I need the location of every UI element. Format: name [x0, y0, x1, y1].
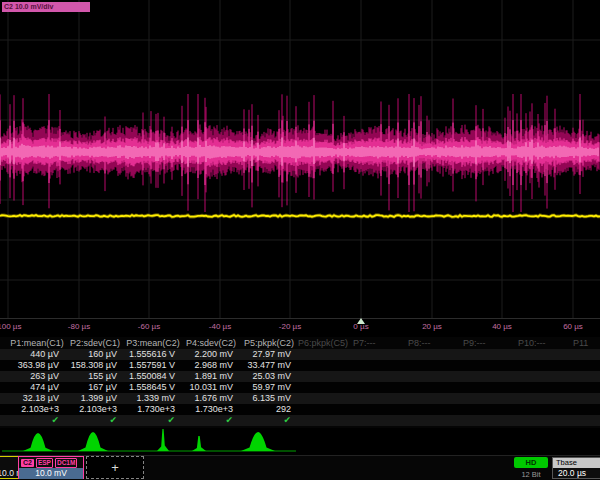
param-header[interactable]: P5:pkpk(C2): [240, 337, 298, 349]
param-status-check-icon: ✔: [240, 415, 298, 426]
timebase-label: Tbase: [553, 458, 600, 468]
param-header[interactable]: P1:mean(C1): [8, 337, 66, 349]
table-row: 263 µV155 µV1.550084 V1.891 mV25.03 mV: [0, 371, 600, 382]
param-header[interactable]: P3:mean(C2): [124, 337, 182, 349]
histicon: [78, 432, 108, 451]
status-row: ✔✔✔✔✔: [0, 415, 600, 426]
param-status-check-icon: ✔: [66, 415, 124, 426]
param-value: 10.031 mV: [182, 382, 240, 393]
param-value: 25.03 mV: [240, 371, 298, 382]
timebase-value: 20.0 µs: [553, 468, 600, 479]
param-status-check-icon: ✔: [124, 415, 182, 426]
trigger-position-marker[interactable]: [357, 318, 365, 324]
param-value: 1.557591 V: [124, 360, 182, 371]
time-axis-label: -60 µs: [138, 322, 160, 331]
table-row: 363.98 µV158.308 µV1.557591 V2.968 mV33.…: [0, 360, 600, 371]
parameter-histicons: [0, 428, 600, 454]
c2-scale-value: 10.0 mV: [19, 468, 83, 479]
time-axis-label: -100 µs: [0, 322, 21, 331]
table-row: 32.18 µV1.399 µV1.339 mV1.676 mV6.135 mV: [0, 393, 600, 404]
param-value: 27.97 mV: [240, 349, 298, 360]
param-value: 1.730e+3: [182, 404, 240, 415]
param-status-check-icon: ✔: [8, 415, 66, 426]
hd-mode-badge[interactable]: HD: [514, 457, 548, 468]
param-value: 292: [240, 404, 298, 415]
param-value: 167 µV: [66, 382, 124, 393]
bits-label: 12 Bit: [514, 470, 548, 479]
histicon: [157, 429, 169, 451]
param-header-disabled[interactable]: P6:pkpk(C5): [298, 337, 353, 349]
time-axis-label: 20 µs: [422, 322, 442, 331]
param-header[interactable]: P2:sdev(C1): [66, 337, 124, 349]
table-row: 474 µV167 µV1.558645 V10.031 mV59.97 mV: [0, 382, 600, 393]
c2-coupling-badge: DC1M: [55, 458, 77, 468]
param-value: 2.968 mV: [182, 360, 240, 371]
waveform-display[interactable]: C2 10.0 mV/div: [0, 0, 600, 318]
descriptor-bar: DC1M 10.0 mV C2 ESP DC1M 10.0 mV + HD 12…: [0, 455, 600, 480]
param-value: 158.308 µV: [66, 360, 124, 371]
param-value: 2.103e+3: [66, 404, 124, 415]
param-value: 1.555616 V: [124, 349, 182, 360]
trace-label-badge[interactable]: C2 10.0 mV/div: [2, 2, 90, 12]
param-value: 2.200 mV: [182, 349, 240, 360]
param-header-disabled[interactable]: P11: [573, 337, 600, 349]
time-axis: -100 µs-80 µs-60 µs-40 µs-20 µs0 µs20 µs…: [0, 318, 600, 337]
time-axis-label: -40 µs: [209, 322, 231, 331]
param-value: 1.730e+3: [124, 404, 182, 415]
param-value: 160 µV: [66, 349, 124, 360]
param-header-disabled[interactable]: P7:---: [353, 337, 408, 349]
param-value: 1.891 mV: [182, 371, 240, 382]
param-value: 1.676 mV: [182, 393, 240, 404]
add-trace-button[interactable]: +: [86, 456, 144, 479]
table-row: 2.103e+32.103e+31.730e+31.730e+3292: [0, 404, 600, 415]
param-header-disabled[interactable]: P10:---: [518, 337, 573, 349]
timebase-box[interactable]: Tbase 20.0 µs: [552, 457, 600, 479]
time-axis-label: -20 µs: [279, 322, 301, 331]
param-header-disabled[interactable]: P9:---: [463, 337, 518, 349]
histicon: [241, 432, 275, 451]
param-header[interactable]: P4:sdev(C2): [182, 337, 240, 349]
param-value: 1.339 mV: [124, 393, 182, 404]
c2-esp-badge: ESP: [36, 458, 53, 468]
param-header-disabled[interactable]: P8:---: [408, 337, 463, 349]
histicon: [192, 436, 206, 451]
histicon: [23, 433, 53, 451]
param-value: 33.477 mV: [240, 360, 298, 371]
time-axis-label: -80 µs: [68, 322, 90, 331]
param-value: 263 µV: [8, 371, 66, 382]
param-value: 2.103e+3: [8, 404, 66, 415]
param-value: 1.558645 V: [124, 382, 182, 393]
measurement-table: P1:mean(C1)P2:sdev(C1)P3:mean(C2)P4:sdev…: [0, 337, 600, 428]
param-value: 32.18 µV: [8, 393, 66, 404]
param-value: 474 µV: [8, 382, 66, 393]
channel-descriptor-c2[interactable]: C2 ESP DC1M 10.0 mV: [18, 456, 84, 479]
graticule-and-traces: [0, 0, 600, 318]
param-value: 440 µV: [8, 349, 66, 360]
param-value: 363.98 µV: [8, 360, 66, 371]
table-row: 440 µV160 µV1.555616 V2.200 mV27.97 mV: [0, 349, 600, 360]
param-value: 6.135 mV: [240, 393, 298, 404]
param-value: 155 µV: [66, 371, 124, 382]
plus-icon: +: [87, 457, 143, 478]
param-value: 1.399 µV: [66, 393, 124, 404]
time-axis-label: 40 µs: [492, 322, 512, 331]
param-value: 1.550084 V: [124, 371, 182, 382]
c2-name-badge: C2: [21, 459, 34, 467]
param-status-check-icon: ✔: [182, 415, 240, 426]
time-axis-label: 60 µs: [563, 322, 583, 331]
param-value: 59.97 mV: [240, 382, 298, 393]
